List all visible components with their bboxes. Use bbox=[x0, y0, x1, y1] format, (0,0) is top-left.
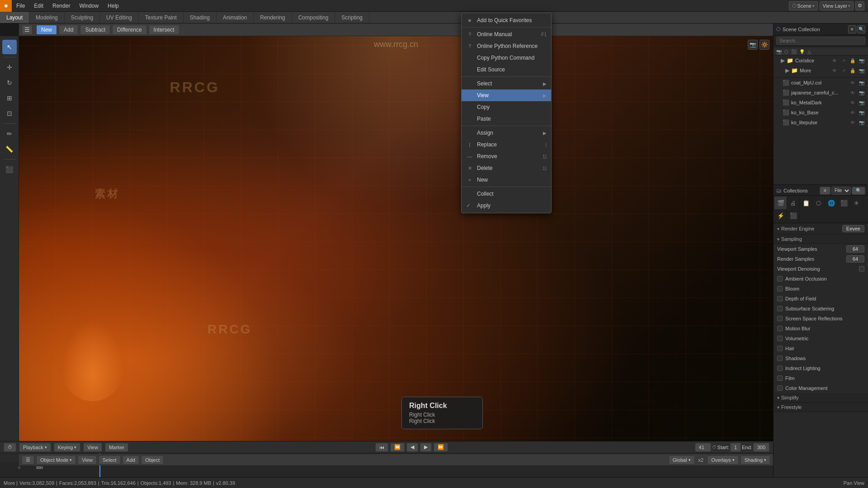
cm-copy[interactable]: Copy bbox=[462, 101, 551, 113]
ssr-toggle[interactable] bbox=[777, 316, 783, 321]
outliner-icon-mesh[interactable]: △ bbox=[807, 49, 812, 54]
sampling-section[interactable]: Sampling bbox=[774, 235, 868, 244]
cm-view[interactable]: View ▶ bbox=[462, 89, 551, 101]
header-difference-btn[interactable]: Difference bbox=[112, 25, 146, 35]
render-samples-value[interactable]: 64 bbox=[846, 255, 864, 263]
cm-assign[interactable]: Assign ▶ bbox=[462, 127, 551, 139]
tab-scripting[interactable]: Scripting bbox=[335, 12, 369, 23]
props-tab-view-layer[interactable]: 📋 bbox=[800, 197, 812, 209]
tab-sculpting[interactable]: Sculpting bbox=[65, 12, 100, 23]
tab-layout[interactable]: Layout bbox=[0, 12, 29, 23]
cm-replace[interactable]: | Replace | bbox=[462, 139, 551, 150]
mat-eye-0[interactable]: 👁 bbox=[849, 79, 856, 86]
simplify-section[interactable]: Simplify bbox=[774, 393, 868, 403]
tool-measure[interactable]: 📏 bbox=[2, 142, 17, 156]
coll-lock-0[interactable]: 🔒 bbox=[849, 57, 856, 64]
cm-python-ref[interactable]: ? Online Python Reference bbox=[462, 40, 551, 52]
viewport-view-btn[interactable]: View bbox=[78, 455, 97, 465]
props-tab-particles[interactable]: ✳ bbox=[850, 197, 863, 209]
viewport-denoising-toggle[interactable] bbox=[859, 266, 864, 272]
mat-item-2[interactable]: ⬛ ko_MetalDark 👁 📷 bbox=[774, 98, 868, 108]
outliner-search-btn[interactable]: 🔍 bbox=[857, 25, 865, 33]
mb-toggle[interactable] bbox=[777, 326, 783, 331]
tab-animation[interactable]: Animation bbox=[217, 12, 254, 23]
outliner-icon-light[interactable]: 💡 bbox=[798, 49, 806, 54]
play-btn[interactable]: ▶ bbox=[420, 443, 432, 452]
object-mode-btn[interactable]: Object Mode ▾ bbox=[36, 455, 76, 465]
end-frame-input[interactable]: 300 bbox=[753, 443, 769, 452]
props-tab-material[interactable]: ⬛ bbox=[787, 209, 800, 222]
film-toggle[interactable] bbox=[777, 375, 783, 381]
outliner-icon-scene[interactable]: ⬡ bbox=[783, 49, 789, 54]
current-frame-input[interactable]: 41 bbox=[695, 443, 711, 452]
global-btn[interactable]: Global ▾ bbox=[669, 455, 695, 465]
editor-type-icon[interactable]: ☰ bbox=[22, 25, 33, 35]
vp-render-icon[interactable]: 🔆 bbox=[760, 40, 769, 50]
mat-eye-1[interactable]: 👁 bbox=[849, 89, 856, 96]
collections-file-select[interactable]: File bbox=[831, 187, 851, 195]
mat-eye-3[interactable]: 👁 bbox=[849, 109, 856, 116]
mat-render-3[interactable]: 📷 bbox=[858, 109, 865, 116]
vp-camera-icon[interactable]: 📷 bbox=[748, 40, 758, 50]
collections-search-btn[interactable]: 🔍 bbox=[852, 187, 865, 195]
mat-item-3[interactable]: ⬛ ko_ko_Base 👁 📷 bbox=[774, 108, 868, 117]
cm-add-quick-fav[interactable]: ★ Add to Quick Favorites bbox=[462, 14, 551, 26]
playback-btn[interactable]: Playback ▾ bbox=[19, 443, 51, 452]
tool-scale[interactable]: ⊞ bbox=[2, 91, 17, 105]
tab-compositing[interactable]: Compositing bbox=[292, 12, 335, 23]
menu-file[interactable]: File bbox=[12, 0, 29, 11]
tab-rendering[interactable]: Rendering bbox=[254, 12, 292, 23]
props-tab-object[interactable]: ⬛ bbox=[838, 197, 850, 209]
outliner-search-input[interactable] bbox=[776, 37, 865, 45]
editor-type-btn[interactable]: ⚙ bbox=[855, 1, 864, 10]
mat-eye-2[interactable]: 👁 bbox=[849, 99, 856, 106]
editor-type-btn[interactable]: ☰ bbox=[22, 455, 34, 465]
cm-copy-python[interactable]: Copy Python Command bbox=[462, 52, 551, 64]
shadows-toggle[interactable] bbox=[777, 356, 783, 361]
cm-edit-source[interactable]: Edit Source bbox=[462, 64, 551, 75]
tool-move[interactable]: ✛ bbox=[2, 60, 17, 75]
tab-shading[interactable]: Shading bbox=[184, 12, 217, 23]
bloom-toggle[interactable] bbox=[777, 286, 783, 291]
outliner-item-more[interactable]: ▶ 📁 More 👁 ↗ 🔒 📷 bbox=[774, 66, 868, 75]
mat-item-1[interactable]: ⬛ japanese_careful_c... 👁 📷 bbox=[774, 88, 868, 98]
tool-add-cube[interactable]: ⬛ bbox=[2, 162, 17, 177]
props-tab-output[interactable]: 🖨 bbox=[787, 197, 800, 209]
overlay-btn[interactable]: Overlays ▾ bbox=[707, 455, 738, 465]
viewport-select-btn[interactable]: Select bbox=[99, 455, 121, 465]
timeline-view-btn[interactable]: View bbox=[83, 443, 102, 452]
tool-select[interactable]: ↖ bbox=[2, 40, 17, 54]
header-intersect-btn[interactable]: Intersect bbox=[149, 25, 179, 35]
mat-render-1[interactable]: 📷 bbox=[858, 89, 865, 96]
ao-toggle[interactable] bbox=[777, 276, 783, 282]
next-frame-btn[interactable]: ⏩ bbox=[434, 443, 448, 452]
hair-toggle[interactable] bbox=[777, 346, 783, 351]
render-engine-section[interactable]: Render Engine Eevee bbox=[774, 223, 868, 235]
tab-uv-editing[interactable]: UV Editing bbox=[100, 12, 139, 23]
mat-render-4[interactable]: 📷 bbox=[858, 119, 865, 126]
viewport-object-btn[interactable]: Object bbox=[141, 455, 164, 465]
mat-render-2[interactable]: 📷 bbox=[858, 99, 865, 106]
main-viewport[interactable]: www.rrcg.cn RRCG 素材 RRCG 📷 🔆 ☰ Object Mo… bbox=[19, 36, 773, 465]
prev-frame-btn[interactable]: ⏪ bbox=[390, 443, 405, 452]
outliner-icon-camera[interactable]: 📷 bbox=[775, 49, 783, 54]
mat-render-0[interactable]: 📷 bbox=[858, 79, 865, 86]
viewport-samples-value[interactable]: 64 bbox=[846, 245, 864, 253]
outliner-item-corislice[interactable]: ▶ 📁 Corislice 👁 ↗ 🔒 📷 bbox=[774, 56, 868, 66]
outliner-icon-obj[interactable]: ⬛ bbox=[790, 49, 797, 54]
vol-toggle[interactable] bbox=[777, 336, 783, 341]
collections-filter-btn[interactable]: ≡ bbox=[820, 187, 830, 195]
cm-apply[interactable]: ✓ Apply bbox=[462, 200, 551, 211]
coll-lock-1[interactable]: 🔒 bbox=[849, 67, 856, 74]
scene-selector[interactable]: ⬡ Scene ▾ bbox=[789, 1, 818, 10]
freestyle-section[interactable]: Freestyle bbox=[774, 403, 868, 412]
start-frame-input[interactable]: 1 bbox=[730, 443, 741, 452]
timeline-editor-btn[interactable]: ⏱ bbox=[4, 443, 16, 452]
coll-eye-0[interactable]: 👁 bbox=[831, 57, 838, 64]
props-tab-scene[interactable]: ⬡ bbox=[812, 197, 825, 209]
cm-collect[interactable]: Collect bbox=[462, 188, 551, 200]
props-tab-physics[interactable]: ⚡ bbox=[774, 209, 787, 222]
tool-annotate[interactable]: ✏ bbox=[2, 127, 17, 141]
viewport-add-btn[interactable]: Add bbox=[123, 455, 140, 465]
shading-btn[interactable]: Shading ▾ bbox=[741, 455, 770, 465]
